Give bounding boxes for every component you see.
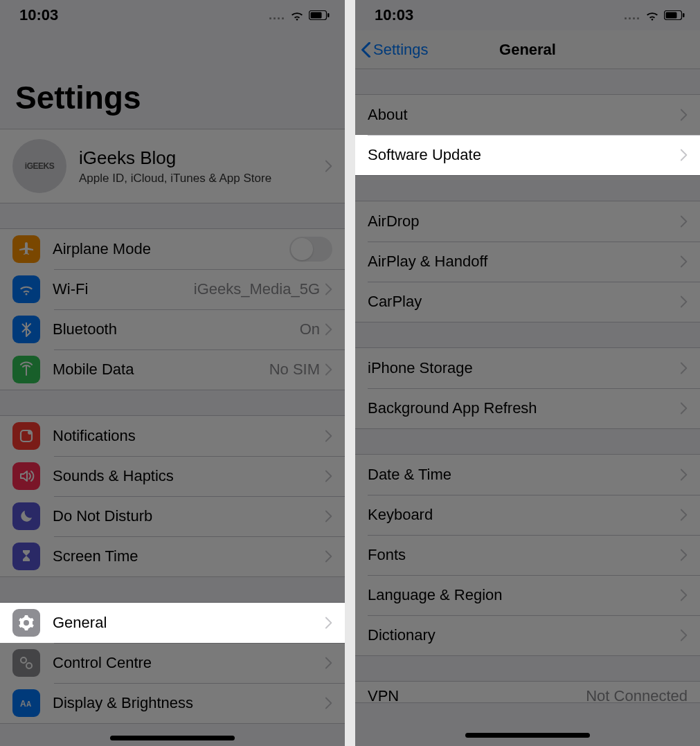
screen-time-label: Screen Time	[53, 547, 325, 565]
notifications-icon	[12, 422, 40, 450]
bg-refresh-row[interactable]: Background App Refresh	[355, 388, 700, 428]
general-screen: 10:03 .... Settings General About Softwa…	[355, 0, 700, 746]
bluetooth-value: On	[300, 320, 320, 338]
keyboard-row[interactable]: Keyboard	[355, 495, 700, 535]
software-update-label: Software Update	[368, 146, 681, 164]
carplay-label: CarPlay	[368, 293, 681, 311]
aa-icon	[12, 689, 40, 717]
airdrop-row[interactable]: AirDrop	[355, 201, 700, 242]
wifi-status-icon	[289, 10, 305, 21]
apple-id-subtitle: Apple ID, iCloud, iTunes & App Store	[79, 172, 313, 185]
cellular-dots-icon: ....	[624, 8, 640, 23]
gear-icon	[12, 609, 40, 637]
storage-group: iPhone Storage Background App Refresh	[355, 347, 700, 429]
keyboard-label: Keyboard	[368, 506, 681, 524]
antenna-icon	[12, 356, 40, 383]
wifi-status-icon	[645, 10, 660, 21]
sounds-icon	[12, 462, 40, 490]
display-label: Display & Brightness	[53, 694, 325, 712]
battery-status-icon	[664, 10, 685, 20]
about-row[interactable]: About	[355, 95, 700, 135]
status-bar: 10:03 ....	[0, 0, 345, 30]
language-label: Language & Region	[368, 586, 681, 604]
settings-screen: 10:03 .... Settings iGEEKS iGeeks Blog A…	[0, 0, 345, 746]
datetime-group: Date & Time Keyboard Fonts Language & Re…	[355, 454, 700, 656]
general-row[interactable]: General	[0, 603, 345, 643]
vpn-row[interactable]: VPN Not Connected	[355, 682, 700, 702]
nav-bar: Settings General	[355, 30, 700, 69]
vpn-group: VPN Not Connected	[355, 681, 700, 703]
dictionary-row[interactable]: Dictionary	[355, 615, 700, 655]
dnd-label: Do Not Disturb	[53, 507, 325, 525]
airdrop-label: AirDrop	[368, 212, 681, 230]
fonts-label: Fonts	[368, 546, 681, 564]
wifi-row[interactable]: Wi-Fi iGeeks_Media_5G	[0, 269, 345, 309]
mobile-data-row[interactable]: Mobile Data No SIM	[0, 349, 345, 390]
mobile-data-value: No SIM	[269, 361, 320, 379]
airplane-mode-row[interactable]: Airplane Mode	[0, 229, 345, 269]
bg-refresh-label: Background App Refresh	[368, 399, 681, 417]
hourglass-icon	[12, 543, 40, 570]
bluetooth-label: Bluetooth	[53, 320, 300, 338]
airplane-label: Airplane Mode	[53, 240, 289, 258]
apple-id-name: iGeeks Blog	[79, 147, 313, 169]
general-label: General	[53, 614, 325, 632]
connectivity-group: Airplane Mode Wi-Fi iGeeks_Media_5G Blue…	[0, 228, 345, 390]
airplane-toggle[interactable]	[289, 237, 332, 262]
home-indicator[interactable]	[465, 733, 590, 738]
storage-row[interactable]: iPhone Storage	[355, 348, 700, 388]
moon-icon	[12, 502, 40, 530]
chevron-back-icon	[361, 42, 370, 57]
page-title: Settings	[0, 30, 345, 129]
vpn-label: VPN	[368, 687, 399, 702]
control-centre-label: Control Centre	[53, 654, 325, 672]
date-time-label: Date & Time	[368, 466, 681, 484]
airplay-label: AirPlay & Handoff	[368, 253, 681, 271]
general-group: General Control Centre Display & Brightn…	[0, 602, 345, 724]
sounds-row[interactable]: Sounds & Haptics	[0, 456, 345, 496]
notifications-group: Notifications Sounds & Haptics Do Not Di…	[0, 415, 345, 577]
status-bar: 10:03 ....	[355, 0, 700, 30]
back-label: Settings	[373, 41, 429, 59]
airplane-icon	[12, 235, 40, 263]
language-row[interactable]: Language & Region	[355, 575, 700, 615]
fonts-row[interactable]: Fonts	[355, 535, 700, 575]
bluetooth-row[interactable]: Bluetooth On	[0, 309, 345, 349]
display-row[interactable]: Display & Brightness	[0, 683, 345, 723]
cellular-dots-icon: ....	[269, 8, 285, 23]
carplay-row[interactable]: CarPlay	[355, 282, 700, 322]
about-label: About	[368, 106, 681, 124]
battery-status-icon	[309, 10, 330, 20]
sounds-label: Sounds & Haptics	[53, 467, 325, 485]
date-time-row[interactable]: Date & Time	[355, 455, 700, 495]
wifi-value: iGeeks_Media_5G	[194, 280, 320, 298]
apple-id-group: iGEEKS iGeeks Blog Apple ID, iCloud, iTu…	[0, 129, 345, 203]
airplay-row[interactable]: AirPlay & Handoff	[355, 242, 700, 282]
avatar: iGEEKS	[12, 139, 66, 193]
home-indicator[interactable]	[110, 736, 235, 740]
wifi-label: Wi-Fi	[53, 280, 194, 298]
about-group: About Software Update	[355, 94, 700, 176]
back-button[interactable]: Settings	[355, 41, 429, 59]
airdrop-group: AirDrop AirPlay & Handoff CarPlay	[355, 201, 700, 322]
sliders-icon	[12, 649, 40, 677]
dnd-row[interactable]: Do Not Disturb	[0, 496, 345, 536]
vpn-value: Not Connected	[586, 687, 688, 702]
notifications-label: Notifications	[53, 427, 325, 445]
control-centre-row[interactable]: Control Centre	[0, 643, 345, 683]
dictionary-label: Dictionary	[368, 626, 681, 644]
notifications-row[interactable]: Notifications	[0, 416, 345, 456]
screen-time-row[interactable]: Screen Time	[0, 536, 345, 576]
storage-label: iPhone Storage	[368, 359, 681, 377]
software-update-row[interactable]: Software Update	[355, 135, 700, 175]
mobile-data-label: Mobile Data	[53, 361, 269, 379]
status-time: 10:03	[375, 6, 413, 24]
wifi-icon	[12, 275, 40, 303]
bluetooth-icon	[12, 316, 40, 343]
status-time: 10:03	[19, 6, 58, 24]
apple-id-row[interactable]: iGEEKS iGeeks Blog Apple ID, iCloud, iTu…	[0, 129, 345, 203]
